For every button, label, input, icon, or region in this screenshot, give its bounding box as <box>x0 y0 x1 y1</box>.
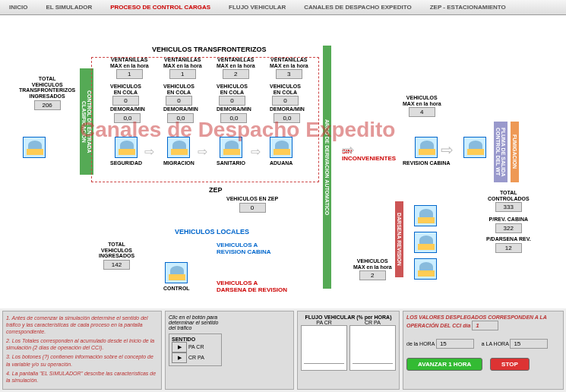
chart-crpa <box>349 325 396 371</box>
entry-icon <box>23 137 46 160</box>
doc-icon-2 <box>414 232 437 253</box>
nav-simulador[interactable]: EL SIMULADOR <box>36 4 101 11</box>
revcab2-box: VEHICULOS MAX en la hora 2 <box>353 258 392 280</box>
station-aduana: ADUANA <box>270 137 292 166</box>
darsena-icon3 <box>414 258 437 282</box>
station-seguridad: SEGURIDAD <box>110 137 142 166</box>
charts-title: FLUJO VEHICULAR (% per HORA) <box>301 315 396 320</box>
control-lbl: CONTROL <box>163 286 190 291</box>
opt-crpa: CR PA <box>188 355 204 360</box>
revcab2-val: 2 <box>359 270 386 280</box>
zep-val: 0 <box>239 203 266 213</box>
ctrl-dia-val: 1 <box>472 321 498 330</box>
note-3: 3. Los botones (?) contienen información… <box>6 353 158 367</box>
prev-val: 322 <box>495 223 522 233</box>
arrow-big: ⇨ <box>342 141 355 159</box>
top-nav: INICIO EL SIMULADOR PROCESO DE CONTROL C… <box>0 0 566 15</box>
chart-right-lbl: CR PA <box>349 320 396 325</box>
tot-ctrl-val: 333 <box>495 202 522 212</box>
arrow-out: ⇨ <box>441 141 454 159</box>
bar-pluma: PLUMA DE SALIDA CONTROL DEL WT <box>494 122 508 182</box>
revcab-name: REVISION CABINA <box>403 160 451 166</box>
doc-icon-3 <box>414 258 437 280</box>
zep-lbl: VEHICULOS EN ZEP <box>226 196 278 202</box>
loc-ing-lbl: TOTAL VEHICULOS INGRESADOS <box>99 242 134 259</box>
sentido-panel: Clic en el botón para determinar el sent… <box>165 311 294 390</box>
total-trans-ingresados: TOTAL VEHICULOS TRANSFRONTERIZOS INGRESA… <box>19 76 75 110</box>
chart-left-lbl: PA CR <box>301 320 347 325</box>
btn-pacr[interactable]: ▶ <box>172 342 187 352</box>
station-migracion: MIGRACION <box>163 137 194 166</box>
a-hora-val: 15 <box>510 339 548 349</box>
zep-title: ZEP <box>209 186 223 194</box>
ctrl-dia-lbl: día <box>463 323 470 328</box>
ingreso-value: 206 <box>34 100 61 110</box>
note-1: 1. Antes de comenzar la simulación deter… <box>6 315 158 335</box>
bar-darsena: DARSENA REVISION <box>395 201 403 277</box>
darsena-icons <box>414 205 437 229</box>
locales-title: VEHICULOS LOCALES <box>175 228 249 236</box>
de-hora-lbl: de la HORA <box>406 341 435 346</box>
station-sanitario: SANITARIO <box>217 137 245 166</box>
sentido-hint: Clic en el botón para determinar el sent… <box>169 315 290 330</box>
revcab-lbl: VEHICULOS MAX en la hora <box>403 95 441 106</box>
a-hora-lbl: a LA HORA <box>482 341 509 346</box>
btn-crpa[interactable]: ▶ <box>172 352 187 363</box>
pdar-lbl: P/DARSENA REV. <box>486 236 531 242</box>
control-panel: LOS VALORES DESPLEGADOS CORRESPONDEN A L… <box>403 311 564 390</box>
nav-canales[interactable]: CANALES DE DESPACHO EXPEDITO <box>295 4 421 11</box>
zep-box: VEHICULOS EN ZEP 0 <box>226 196 278 213</box>
sentido-title: SENTIDO <box>172 337 219 342</box>
tot-ctrl-lbl: TOTAL CONTROLADOS <box>486 190 531 201</box>
chart-pacr <box>301 325 347 371</box>
cabin-icon <box>415 137 438 158</box>
nav-zep[interactable]: ZEP - ESTACIONAMIENTO <box>421 4 515 11</box>
note-4: 4. La pantalla "EL SIMULADOR" describe l… <box>6 370 158 384</box>
ingreso-label: TOTAL VEHICULOS TRANSFRONTERIZOS INGRESA… <box>19 76 75 100</box>
notes-panel: 1. Antes de comenzar la simulación deter… <box>2 311 162 390</box>
nav-flujo[interactable]: FLUJO VEHICULAR <box>220 4 295 11</box>
bar-fumigacion: FUMIGACION <box>511 122 519 182</box>
truck-icon <box>23 137 46 158</box>
control-station: CONTROL <box>163 262 190 291</box>
note-2: 2. Los Totales corresponden al acumulado… <box>6 337 158 351</box>
bar-arco: ARCO DE DERIVACION AUTOMATICO <box>323 46 331 289</box>
nav-proceso[interactable]: PROCESO DE CONTROL CARGAS <box>101 4 220 11</box>
darsena-icon2 <box>414 232 437 255</box>
loc-darsena-lbl: VEHICULOS A DARSENA DE REVISION <box>217 280 287 293</box>
opt-pacr: PA CR <box>188 344 204 349</box>
stop-button[interactable]: STOP <box>490 358 530 371</box>
loc-ing-val: 142 <box>103 260 130 270</box>
charts-panel: FLUJO VEHICULAR (% per HORA) PA CR CR PA <box>297 311 400 390</box>
truck-exit-icon <box>463 137 486 158</box>
totals-box: TOTAL CONTROLADOS 333 P/REV. CABINA 322 … <box>486 190 531 253</box>
revcab-val: 4 <box>409 107 435 117</box>
doc-icon <box>414 205 437 226</box>
revcab-max: VEHICULOS MAX en la hora 4 <box>403 95 441 117</box>
control-icon <box>165 262 188 283</box>
avanzar-button[interactable]: AVANZAR 1 HORA <box>406 358 482 371</box>
de-hora-val: 15 <box>436 339 474 349</box>
revcab2-lbl: VEHICULOS MAX en la hora <box>353 258 392 270</box>
prev-lbl: P/REV. CABINA <box>486 217 531 223</box>
locales-ingreso: TOTAL VEHICULOS INGRESADOS 142 <box>99 242 134 270</box>
bottom-panels: 1. Antes de comenzar la simulación deter… <box>0 308 566 392</box>
trans-title: VEHICULOS TRANSFRONTERIZOS <box>152 46 267 53</box>
nav-inicio[interactable]: INICIO <box>0 4 36 11</box>
loc-rev-lbl: VEHICULOS A REVISION CABINA <box>217 242 271 255</box>
diagram-area: Canales de Despacho Expedito TOTAL VEHIC… <box>0 15 566 304</box>
exit-icon <box>463 137 486 160</box>
pdar-val: 12 <box>495 243 522 253</box>
